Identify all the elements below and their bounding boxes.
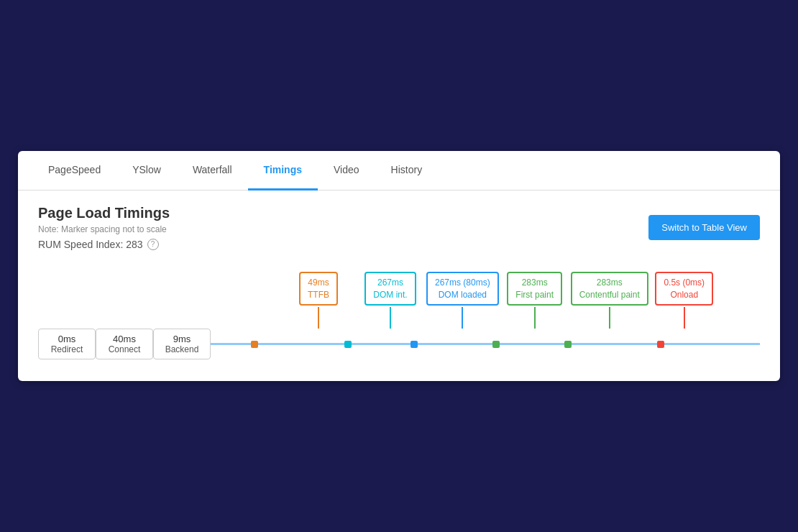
marker-label-5: 0.5s (0ms)Onload	[655, 272, 713, 306]
note-text: Note: Marker spacing not to scale	[38, 224, 170, 234]
marker-connector-0	[318, 307, 319, 329]
switch-table-button[interactable]: Switch to Table View	[648, 215, 760, 240]
timeline-dot-0	[251, 341, 258, 348]
marker-1: 267msDOM int.	[354, 272, 426, 329]
marker-label-3: 283msFirst paint	[507, 272, 562, 306]
markers-row: 49msTTFB267msDOM int.267ms (80ms)DOM loa…	[38, 272, 760, 329]
tab-video[interactable]: Video	[318, 151, 375, 191]
left-box-1: 40msConnect	[96, 329, 153, 359]
marker-0: 49msTTFB	[283, 272, 354, 329]
left-box-2: 9msBackend	[153, 329, 211, 359]
timeline-dot-3	[492, 341, 500, 348]
left-labels: 0msRedirect40msConnect9msBackend	[38, 329, 211, 359]
timeline-dot-4	[564, 341, 572, 348]
marker-3: 283msFirst paint	[499, 272, 571, 329]
page-title: Page Load Timings	[38, 205, 170, 221]
content-area: Page Load Timings Note: Marker spacing n…	[18, 191, 780, 382]
tab-pagespeed[interactable]: PageSpeed	[32, 151, 116, 191]
marker-connector-4	[609, 307, 610, 329]
marker-label-2: 267ms (80ms)DOM loaded	[426, 272, 499, 306]
timeline-area: 49msTTFB267msDOM int.267ms (80ms)DOM loa…	[38, 272, 760, 360]
timeline-line-row: 0msRedirect40msConnect9msBackend	[38, 329, 760, 359]
marker-label-1: 267msDOM int.	[364, 272, 416, 306]
marker-label-0: 49msTTFB	[299, 272, 338, 306]
rum-help-icon[interactable]: ?	[147, 239, 159, 250]
tab-yslow[interactable]: YSlow	[116, 151, 177, 191]
timeline-dot-1	[344, 341, 352, 348]
timeline-dot-2	[411, 341, 418, 348]
tab-history[interactable]: History	[375, 151, 439, 191]
rum-row: Page Load Timings Note: Marker spacing n…	[38, 205, 760, 250]
marker-connector-2	[462, 307, 463, 329]
marker-connector-3	[534, 307, 536, 329]
main-card: PageSpeedYSlowWaterfallTimingsVideoHisto…	[18, 151, 780, 382]
tab-bar: PageSpeedYSlowWaterfallTimingsVideoHisto…	[18, 151, 780, 191]
left-box-0: 0msRedirect	[38, 329, 96, 359]
marker-connector-1	[390, 307, 391, 329]
marker-4: 283msContentful paint	[571, 272, 648, 329]
marker-connector-5	[684, 307, 685, 329]
tab-timings[interactable]: Timings	[248, 151, 318, 191]
rum-label: RUM Speed Index: 283 ?	[38, 239, 170, 250]
marker-2: 267ms (80ms)DOM loaded	[426, 272, 499, 329]
tab-waterfall[interactable]: Waterfall	[177, 151, 248, 191]
timeline-line	[211, 343, 760, 345]
timeline-dot-5	[657, 341, 664, 348]
marker-5: 0.5s (0ms)Onload	[648, 272, 720, 329]
marker-label-4: 283msContentful paint	[571, 272, 648, 306]
